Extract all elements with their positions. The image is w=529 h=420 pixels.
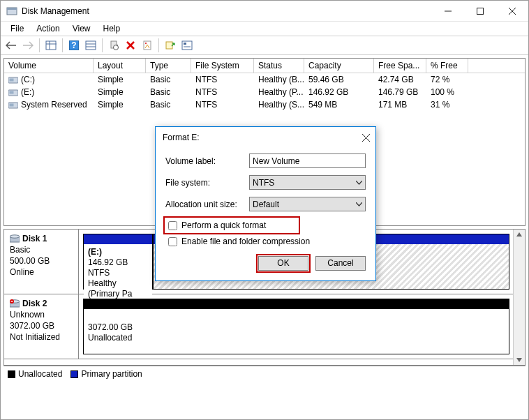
allocation-label: Allocation unit size: (165, 200, 249, 209)
svg-text:?: ? (71, 40, 76, 50)
disk-size: 3072.00 GB (10, 321, 74, 331)
wizard-button[interactable] (179, 38, 195, 53)
legend: Unallocated Primary partition (3, 366, 526, 382)
col-free[interactable]: Free Spa... (374, 59, 426, 73)
col-capacity[interactable]: Capacity (304, 59, 374, 73)
settings-button[interactable] (83, 38, 98, 53)
svg-rect-21 (166, 42, 172, 49)
filesystem-select[interactable]: NTFS (249, 175, 366, 190)
drive-icon (8, 101, 18, 109)
svg-point-32 (10, 235, 20, 238)
help-button[interactable]: ? (66, 38, 82, 53)
legend-swatch-primary (70, 370, 78, 378)
svg-rect-19 (144, 41, 151, 50)
chevron-down-icon (356, 181, 362, 185)
menu-action[interactable]: Action (31, 22, 65, 35)
menu-help[interactable]: Help (98, 22, 126, 35)
svg-point-15 (114, 45, 119, 50)
volume-label-input[interactable] (249, 153, 366, 168)
cancel-button[interactable]: Cancel (315, 256, 366, 271)
maximize-button[interactable] (464, 1, 496, 22)
format-dialog: Format E: Volume label: File system: NTF… (155, 126, 376, 281)
dialog-close-button[interactable] (362, 134, 370, 142)
partition-e[interactable]: (E:) 146.92 GB NTFS Healthy (Primary Pa (83, 234, 153, 290)
disk-name: Disk 2 (22, 299, 47, 308)
menu-bar: File Action View Help (1, 22, 528, 36)
legend-label-primary: Primary partition (81, 369, 142, 379)
disk-name: Disk 1 (22, 234, 47, 243)
svg-rect-28 (10, 91, 14, 93)
disk-state: Online (10, 267, 74, 277)
col-layout[interactable]: Layout (94, 59, 146, 73)
col-filesystem[interactable]: File System (191, 59, 254, 73)
disk-scrollbar[interactable] (513, 230, 525, 365)
forward-button[interactable] (20, 38, 36, 53)
minimize-button[interactable] (432, 1, 464, 22)
disk-type: Unknown (10, 310, 74, 320)
compression-checkbox[interactable] (168, 237, 177, 246)
legend-label-unallocated: Unallocated (18, 369, 62, 379)
svg-rect-11 (86, 41, 96, 50)
col-status[interactable]: Status (254, 59, 304, 73)
partition-detail: 146.92 GB NTFS (88, 257, 128, 278)
window-title: Disk Management (22, 6, 432, 16)
volume-label-label: Volume label: (165, 156, 249, 166)
quick-format-label: Perform a quick format (181, 220, 266, 230)
scroll-up-icon[interactable] (516, 231, 523, 238)
compression-label: Enable file and folder compression (181, 237, 310, 246)
toolbar: ? (1, 36, 528, 55)
dialog-title: Format E: (163, 133, 200, 142)
svg-rect-6 (46, 41, 56, 50)
svg-rect-23 (184, 43, 186, 45)
chevron-down-icon (356, 202, 362, 207)
menu-file[interactable]: File (5, 22, 29, 35)
properties-button[interactable] (140, 38, 155, 53)
disk-row-2[interactable]: Disk 2 Unknown 3072.00 GB Not Initialize… (4, 294, 525, 359)
close-button[interactable] (496, 1, 528, 22)
disk-type: Basic (10, 245, 74, 255)
drive-icon (8, 89, 18, 96)
quick-format-checkbox[interactable] (168, 221, 177, 230)
col-volume[interactable]: Volume (4, 59, 94, 73)
disk-offline-icon (10, 299, 20, 308)
svg-rect-1 (7, 8, 17, 10)
delete-button[interactable] (123, 38, 138, 53)
col-spacer (468, 59, 525, 73)
volume-header: Volume Layout Type File System Status Ca… (4, 59, 525, 73)
svg-rect-3 (477, 8, 484, 14)
col-pctfree[interactable]: % Free (426, 59, 468, 73)
back-button[interactable] (3, 38, 19, 53)
volume-row[interactable]: (C:)SimpleBasicNTFSHealthy (B...59.46 GB… (4, 73, 525, 86)
partition-detail: 3072.00 GB (88, 322, 133, 332)
disk-icon (10, 234, 20, 243)
volume-row[interactable]: System ReservedSimpleBasicNTFSHealthy (S… (4, 98, 525, 111)
refresh-button[interactable] (106, 38, 121, 53)
drive-icon (8, 76, 18, 84)
legend-swatch-unallocated (8, 370, 15, 378)
partition-label: (E:) (88, 247, 102, 257)
svg-rect-22 (182, 41, 192, 50)
partition-status: Unallocated (88, 333, 132, 343)
svg-point-20 (145, 43, 147, 44)
show-hide-button[interactable] (43, 38, 59, 53)
filesystem-label: File system: (165, 178, 249, 188)
title-bar: Disk Management (1, 1, 528, 22)
partition-unallocated[interactable]: 3072.00 GB Unallocated (83, 299, 509, 354)
svg-rect-36 (11, 301, 13, 301)
svg-rect-30 (10, 103, 14, 106)
volume-row[interactable]: (E:)SimpleBasicNTFSHealthy (P...146.92 G… (4, 86, 525, 98)
action-list-button[interactable] (163, 38, 178, 53)
menu-view[interactable]: View (67, 22, 96, 35)
allocation-select[interactable]: Default (249, 197, 366, 211)
disk-size: 500.00 GB (10, 256, 74, 266)
col-type[interactable]: Type (146, 59, 191, 73)
ok-button[interactable]: OK (258, 256, 308, 271)
scroll-down-icon[interactable] (516, 357, 523, 363)
svg-rect-26 (10, 78, 14, 81)
disk-state: Not Initialized (10, 332, 74, 342)
app-icon (6, 6, 17, 17)
